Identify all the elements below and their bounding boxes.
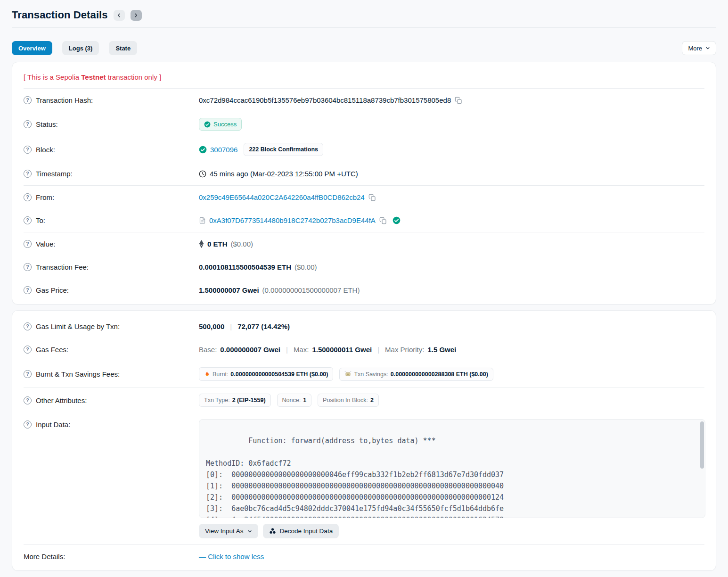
next-transaction-button[interactable] — [131, 10, 142, 21]
max-fee-value: 1.500000011 Gwei — [312, 346, 372, 354]
from-address-link[interactable]: 0x259c49E65644a020C2A642260a4ffB0CD862cb… — [199, 193, 365, 201]
copy-transaction-hash-button[interactable] — [454, 97, 463, 104]
more-details-label: More Details: — [24, 552, 199, 561]
input-data-content: Function: forward(address to,bytes data)… — [206, 437, 504, 518]
to-address-link[interactable]: 0xA3f07D6773514480b918C2742b027b3acD9E44… — [209, 216, 376, 224]
help-icon[interactable]: ? — [24, 216, 32, 224]
value-usd: ($0.00) — [231, 240, 254, 248]
txn-type-value: 2 (EIP-1559) — [232, 397, 266, 404]
view-input-as-button[interactable]: View Input As — [199, 524, 258, 538]
previous-transaction-button[interactable] — [114, 10, 125, 21]
position-in-block-value: 2 — [370, 397, 374, 404]
block-confirmations-badge: 222 Block Confirmations — [244, 143, 323, 156]
check-circle-icon — [204, 121, 211, 128]
burnt-value: 0.000000000000504539 ETH ($0.00) — [230, 371, 328, 378]
timestamp-label: ? Timestamp: — [24, 170, 199, 178]
help-icon[interactable]: ? — [24, 240, 32, 248]
chevron-down-icon — [247, 529, 252, 534]
scrollbar-thumb[interactable] — [700, 421, 704, 469]
position-in-block-label: Position In Block: — [323, 397, 368, 404]
gas-usage-value: 72,077 (14.42%) — [237, 322, 290, 330]
header-divider — [12, 27, 716, 28]
max-fee-label: Max: — [294, 346, 309, 354]
status-label: ? Status: — [24, 120, 199, 128]
burnt-fees-badge: Burnt: 0.000000000000504539 ETH ($0.00) — [199, 367, 333, 381]
block-row: ? Block: 3007096 222 Block Confirmations — [24, 137, 704, 162]
burnt-label: Burnt: — [213, 371, 228, 378]
input-data-area: Function: forward(address to,bytes data)… — [199, 419, 705, 538]
burnt-savings-row: ? Burnt & Txn Savings Fees: Burnt: 0.000… — [24, 361, 704, 387]
check-circle-icon — [199, 146, 207, 154]
transaction-fee-label: ? Transaction Fee: — [24, 263, 199, 271]
gas-limit-value: 500,000 — [199, 322, 224, 330]
nonce-label: Nonce: — [282, 397, 301, 404]
transaction-hash-label: ? Transaction Hash: — [24, 96, 199, 104]
details-card: ? Gas Limit & Usage by Txn: 500,000 | 72… — [12, 310, 716, 571]
txn-savings-label: Txn Savings: — [354, 371, 388, 378]
help-icon[interactable]: ? — [24, 96, 32, 104]
help-icon[interactable]: ? — [24, 193, 32, 201]
scrollbar-track[interactable] — [700, 420, 704, 517]
help-icon[interactable]: ? — [24, 286, 32, 294]
help-icon[interactable]: ? — [24, 120, 32, 128]
base-fee-value: 0.000000007 Gwei — [220, 346, 280, 354]
page-header: Transaction Details — [12, 0, 716, 27]
to-row: ? To: 0xA3f07D6773514480b918C2742b027b3a… — [24, 209, 704, 232]
gas-limit-usage-row: ? Gas Limit & Usage by Txn: 500,000 | 72… — [24, 315, 704, 338]
max-priority-fee-value: 1.5 Gwei — [427, 346, 456, 354]
help-icon[interactable]: ? — [24, 170, 32, 178]
help-icon[interactable]: ? — [24, 396, 32, 404]
transaction-hash-value: 0xc72d984ccac6190b5f135576eb97b03604bc81… — [199, 96, 451, 104]
burnt-savings-label: ? Burnt & Txn Savings Fees: — [24, 370, 199, 378]
copy-from-address-button[interactable] — [368, 194, 376, 201]
contract-file-icon — [199, 217, 206, 224]
overview-card: [ This is a Sepolia Testnet transaction … — [12, 62, 716, 305]
value-eth: 0 ETH — [207, 240, 228, 248]
help-icon[interactable]: ? — [24, 263, 32, 271]
input-data-textarea[interactable]: Function: forward(address to,bytes data)… — [199, 419, 705, 518]
nonce-value: 1 — [303, 397, 306, 404]
resize-handle-icon[interactable] — [699, 512, 704, 517]
help-icon[interactable]: ? — [24, 420, 32, 429]
copy-to-address-button[interactable] — [379, 217, 387, 224]
gas-price-gwei: 1.500000007 Gwei — [199, 286, 259, 294]
help-icon[interactable]: ? — [24, 322, 32, 330]
more-button-label: More — [688, 45, 702, 52]
max-priority-fee-label: Max Priority: — [385, 346, 424, 354]
copy-icon — [368, 194, 376, 201]
flame-icon — [204, 371, 210, 378]
block-number-link[interactable]: 3007096 — [210, 146, 237, 154]
help-icon[interactable]: ? — [24, 370, 32, 378]
more-button[interactable]: More — [682, 41, 716, 55]
tab-logs[interactable]: Logs (3) — [62, 41, 99, 55]
gas-limit-usage-label: ? Gas Limit & Usage by Txn: — [24, 322, 199, 330]
help-icon[interactable]: ? — [24, 346, 32, 354]
status-badge: Success — [199, 118, 242, 131]
help-icon[interactable]: ? — [24, 146, 32, 154]
other-attributes-row: ? Other Attributes: Txn Type: 2 (EIP-155… — [24, 387, 704, 413]
from-label: ? From: — [24, 193, 199, 201]
testnet-notice-prefix: [ This is a Sepolia — [24, 73, 81, 81]
tab-state[interactable]: State — [109, 41, 137, 55]
copy-icon — [379, 217, 387, 224]
timestamp-row: ? Timestamp: 45 mins ago (Mar-02-2023 12… — [24, 162, 704, 185]
transaction-fee-row: ? Transaction Fee: 0.000108115500504539 … — [24, 256, 704, 279]
eth-diamond-icon — [199, 240, 204, 248]
gas-fees-row: ? Gas Fees: Base: 0.000000007 Gwei | Max… — [24, 338, 704, 361]
more-details-row: More Details: — Click to show less — [24, 545, 704, 568]
gas-price-row: ? Gas Price: 1.500000007 Gwei (0.0000000… — [24, 279, 704, 302]
gas-price-label: ? Gas Price: — [24, 286, 199, 294]
other-attributes-label: ? Other Attributes: — [24, 396, 199, 404]
tab-overview[interactable]: Overview — [12, 41, 52, 55]
nonce-badge: Nonce: 1 — [277, 394, 312, 407]
decode-input-data-button[interactable]: Decode Input Data — [263, 524, 339, 538]
from-row: ? From: 0x259c49E65644a020C2A642260a4ffB… — [24, 186, 704, 209]
status-row: ? Status: Success — [24, 112, 704, 137]
input-data-row: ? Input Data: Function: forward(address … — [24, 413, 704, 544]
show-less-link[interactable]: — Click to show less — [199, 552, 264, 561]
to-label: ? To: — [24, 216, 199, 224]
decode-icon — [269, 528, 276, 535]
gas-fees-label: ? Gas Fees: — [24, 346, 199, 354]
clock-icon — [199, 170, 206, 178]
transaction-fee-eth: 0.000108115500504539 ETH — [199, 263, 291, 271]
